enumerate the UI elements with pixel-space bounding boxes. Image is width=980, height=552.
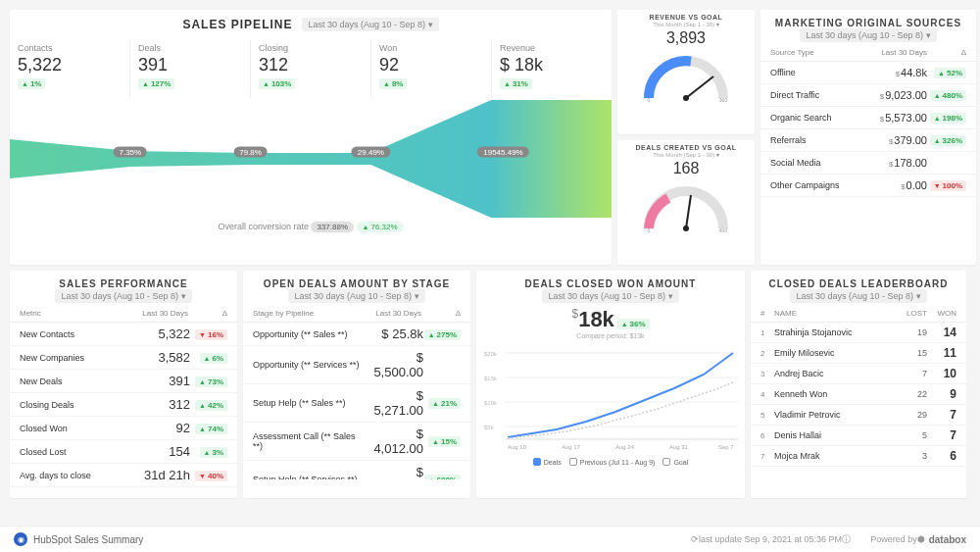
row-name: Setup Help (** Services **) <box>253 475 365 479</box>
rank: 7 <box>760 452 774 461</box>
lost-count: 7 <box>898 369 927 378</box>
svg-text:Aug 31: Aug 31 <box>669 444 689 450</box>
card-title: DEALS CLOSED WON AMOUNT <box>476 271 745 291</box>
open-deals-card: OPEN DEALS AMOUNT BY STAGE Last 30 days … <box>243 271 470 498</box>
svg-text:400: 400 <box>719 227 728 233</box>
legend-previous[interactable]: Previous (Jul 11 - Aug 9) <box>569 458 656 466</box>
row-value: $ 2,800.00 <box>365 465 423 479</box>
period-selector[interactable]: Last 30 days (Aug 10 - Sep 8) <box>55 289 191 303</box>
currency-prefix: $ <box>571 307 578 321</box>
svg-line-4 <box>686 195 691 228</box>
period-selector[interactable]: Last 30 days (Aug 10 - Sep 8) <box>800 28 936 42</box>
delta-badge: 52% <box>934 68 966 78</box>
lost-count: 15 <box>898 348 927 358</box>
pipeline-stage: Deals 391 127% <box>129 39 250 98</box>
svg-text:$20k: $20k <box>484 351 498 357</box>
col-header: Δ <box>188 309 227 318</box>
svg-text:$5k: $5k <box>484 425 495 430</box>
pipeline-title: SALES PIPELINE <box>182 18 292 31</box>
won-count: 6 <box>927 449 956 463</box>
row-name: New Companies <box>20 353 131 363</box>
footer-bar: ◉ HubSpot Sales Summary ⟳ last update Se… <box>0 526 980 552</box>
sales-performance-card: SALES PERFORMANCE Last 30 days (Aug 10 -… <box>10 271 237 498</box>
row-value: $5,573.00 <box>864 112 927 124</box>
gauge-period[interactable]: This Month (Sep 1 - 30) <box>621 21 751 27</box>
funnel-pct-3: 29.49% <box>352 146 390 157</box>
stage-label: Deals <box>138 43 242 53</box>
gauge-period[interactable]: This Month (Sep 1 - 30) <box>621 151 751 158</box>
won-count: 9 <box>927 387 956 401</box>
delta-badge: 480% <box>930 90 966 101</box>
row-name: Organic Search <box>770 113 864 123</box>
col-header: Metric <box>20 309 125 318</box>
row-name: Closed Lost <box>20 447 131 457</box>
legend-deals[interactable]: Deals <box>533 458 562 466</box>
info-icon[interactable]: ⓘ <box>842 533 851 546</box>
table-row: Opportunity (** Sales **) $ 25.8k 275% <box>243 323 470 346</box>
col-header: Stage by Pipeline <box>253 309 359 318</box>
leaderboard-row: 5 Vladimir Petrovic 29 7 <box>751 405 966 426</box>
card-title: SALES PERFORMANCE <box>10 271 237 291</box>
period-selector[interactable]: Last 30 days (Aug 10 - Sep 8) <box>542 289 678 303</box>
powered-by-label: Powered by <box>870 534 917 544</box>
svg-text:0: 0 <box>648 97 651 103</box>
leaderboard-row: 2 Emily Milosevic 15 11 <box>751 343 966 364</box>
marketing-sources-card: MARKETING ORIGINAL SOURCES Last 30 days … <box>760 10 976 265</box>
deals-goal-gauge-card: DEALS CREATED VS GOAL This Month (Sep 1 … <box>617 140 755 265</box>
row-value: $ 5,500.00 <box>365 350 423 379</box>
table-row: Direct Traffic $9,023.00 480% <box>760 84 976 107</box>
refresh-icon[interactable]: ⟳ <box>691 534 699 544</box>
row-value: 5,322 <box>131 326 190 341</box>
leaderboard-row: 6 Denis Hallai 5 7 <box>751 426 966 446</box>
row-name: Offline <box>770 68 864 77</box>
funnel-pct-4: 19545.49% <box>477 146 528 157</box>
closed-won-amount-card: DEALS CLOSED WON AMOUNT Last 30 days (Au… <box>476 271 745 498</box>
gauge-title: DEALS CREATED VS GOAL <box>621 144 751 151</box>
person-name: Strahinja Stojanovic <box>774 327 898 337</box>
won-count: 7 <box>927 428 956 442</box>
pipeline-period-selector[interactable]: Last 30 days (Aug 10 - Sep 8) <box>302 18 438 31</box>
table-row: Closed Won 92 74% <box>10 417 237 440</box>
won-count: 7 <box>927 408 956 422</box>
table-row: New Companies 3,582 6% <box>10 346 237 370</box>
row-value: $44.8k <box>864 67 927 78</box>
table-row: Assessment Call (** Sales **) $ 4,012.00… <box>243 423 470 461</box>
row-value: 31d 21h <box>131 468 190 482</box>
row-value: $9,023.00 <box>864 89 927 101</box>
row-value: 154 <box>131 444 190 459</box>
table-row: Avg. days to close 31d 21h 40% <box>10 464 237 487</box>
delta-badge: 21% <box>428 398 461 409</box>
rank: 1 <box>760 328 774 337</box>
lost-count: 19 <box>898 327 927 337</box>
last-updated: last update Sep 9, 2021 at 05:36 PM <box>699 534 842 544</box>
delta-badge: 40% <box>195 471 227 481</box>
stage-delta: 31% <box>500 78 532 89</box>
stage-value: 5,322 <box>18 55 122 75</box>
leaderboard-row: 1 Strahinja Stojanovic 19 14 <box>751 323 966 343</box>
rank: 5 <box>760 411 774 420</box>
col-header: Source Type <box>770 48 864 57</box>
sales-pipeline-card: SALES PIPELINE Last 30 days (Aug 10 - Se… <box>10 10 612 265</box>
row-name: Closed Won <box>20 424 131 433</box>
col-header: NAME <box>774 309 898 318</box>
leaderboard-card: CLOSED DEALS LEADERBOARD Last 30 days (A… <box>751 271 966 498</box>
period-selector[interactable]: Last 30 days (Aug 10 - Sep 8) <box>790 289 926 303</box>
rank: 6 <box>760 431 774 440</box>
table-row: Offline $44.8k 52% <box>760 62 976 84</box>
row-name: Other Campaigns <box>770 180 864 190</box>
table-row: New Contacts 5,322 16% <box>10 323 237 346</box>
row-value: $379.00 <box>864 134 927 146</box>
period-selector[interactable]: Last 30 days (Aug 10 - Sep 8) <box>288 289 424 303</box>
stage-delta: 8% <box>379 78 407 89</box>
col-header: Last 30 Days <box>864 48 927 57</box>
rank: 3 <box>760 370 774 378</box>
stage-value: 312 <box>259 55 363 75</box>
row-name: Closing Deals <box>20 400 131 410</box>
won-count: 14 <box>927 326 956 339</box>
delta-badge: 15% <box>428 436 461 447</box>
legend-goal[interactable]: Goal <box>662 458 688 466</box>
svg-text:$15k: $15k <box>484 376 498 381</box>
stage-label: Closing <box>259 43 363 53</box>
row-name: Social Media <box>770 158 864 168</box>
gauge-value: 168 <box>621 160 751 177</box>
